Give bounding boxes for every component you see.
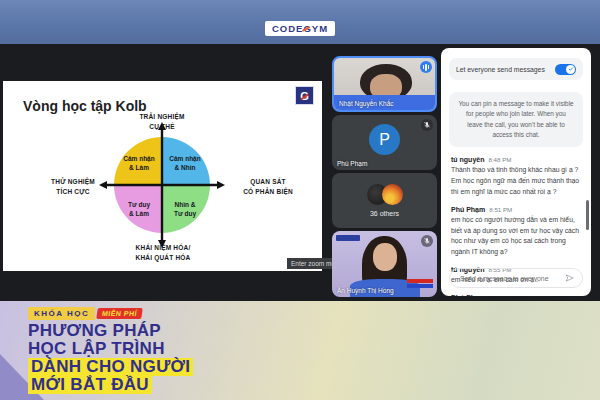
message-text: Thành thạo và tinh thông khác nhau gì ạ … xyxy=(451,165,581,198)
quadrant-label-tr: Cảm nhận& Nhìn xyxy=(162,154,208,173)
chat-panel: Let everyone send messages You can pin a… xyxy=(441,48,591,296)
chat-message: Phú Phạm8:51 PM em học có người hướng dẫ… xyxy=(451,206,581,259)
promo-line: PHƯƠNG PHÁP xyxy=(28,322,193,340)
avatar xyxy=(382,184,403,205)
codegym-logo: CODEGYM xyxy=(265,21,335,36)
top-banner: CODEGYM xyxy=(0,0,600,44)
course-badge: KHÓA HỌC xyxy=(28,307,95,320)
axis-label-right: QUAN SÁTCÓ PHẢN BIỆN xyxy=(224,177,312,197)
kolb-diagram: Cảm nhận& Làm Cảm nhận& Nhìn Tư duy& Làm… xyxy=(99,122,225,248)
slide-codegym-icon: G xyxy=(295,86,314,105)
video-tile-avatar[interactable]: P Phú Phạm xyxy=(332,115,437,170)
video-tile-camera[interactable]: Ân Huỳnh Thị Hồng xyxy=(332,231,437,297)
video-lower-third xyxy=(407,279,433,288)
video-tile-speaker[interactable]: Nhật Nguyễn Khắc xyxy=(332,56,437,112)
video-tile-others[interactable]: 36 others xyxy=(332,173,437,228)
participant-name: Ân Huỳnh Thị Hồng xyxy=(337,287,394,294)
others-count-label: 36 others xyxy=(332,210,437,217)
message-time: 9:02 PM xyxy=(489,294,512,296)
mic-off-icon xyxy=(421,119,433,131)
meeting-area: Vòng học tập Kolb G Cảm nhận& Làm Cảm nh… xyxy=(0,44,600,301)
promo-badges: KHÓA HỌC MIỄN PHÍ xyxy=(28,307,142,320)
promo-banner: KHÓA HỌC MIỄN PHÍ PHƯƠNG PHÁP HỌC LẬP TR… xyxy=(0,301,600,400)
chat-message: tú nguyên8:48 PM Thành thạo và tinh thôn… xyxy=(451,156,581,198)
send-messages-toggle[interactable] xyxy=(555,64,576,75)
promo-text: PHƯƠNG PHÁP HỌC LẬP TRÌNH DÀNH CHO NGƯỜI… xyxy=(28,322,193,394)
codegym-logo-text: CODEGYM xyxy=(272,23,328,34)
quadrant-label-bl: Tư duy& Làm xyxy=(116,200,162,219)
free-badge: MIỄN PHÍ xyxy=(96,308,143,319)
message-text: em học có người hướng dẫn và em hiểu, bi… xyxy=(451,215,581,259)
quadrant-label-tl: Cảm nhận& Làm xyxy=(116,154,162,173)
check-icon xyxy=(568,66,574,72)
participant-face xyxy=(373,243,397,271)
chat-pin-info: You can pin a message to make it visible… xyxy=(449,92,583,147)
chat-scrollbar[interactable] xyxy=(586,200,589,230)
presentation-slide: Vòng học tập Kolb G Cảm nhận& Làm Cảm nh… xyxy=(3,81,322,271)
avatar: P xyxy=(369,124,400,155)
chat-message: Phú Phạm9:02 PM Dạ em hiểu rồi ạ em cám … xyxy=(451,294,581,296)
chat-permission-row: Let everyone send messages xyxy=(449,58,583,80)
axis-label-left: THỬ NGHIỆMTÍCH CỰC xyxy=(33,177,113,197)
promo-line-highlighted: DÀNH CHO NGƯỜI xyxy=(28,358,193,376)
message-time: 8:51 PM xyxy=(489,206,512,213)
sender-name: Phú Phạm xyxy=(451,206,485,213)
axis-label-bottom: KHÁI NIỆM HÓA/KHÁI QUÁT HÓA xyxy=(103,243,223,263)
chat-input-row xyxy=(449,268,583,288)
participant-name: Phú Phạm xyxy=(337,160,367,167)
participant-name: Nhật Nguyễn Khắc xyxy=(339,100,394,107)
mic-off-icon xyxy=(421,235,433,247)
toggle-knob xyxy=(566,65,575,74)
axis-label-top: TRẢI NGHIỆMCỤ THỂ xyxy=(102,112,222,132)
toggle-label: Let everyone send messages xyxy=(456,66,545,73)
message-time: 8:48 PM xyxy=(488,156,511,163)
axes-cross-icon xyxy=(99,122,225,248)
sender-name: tú nguyên xyxy=(451,156,484,163)
promo-line: HỌC LẬP TRÌNH xyxy=(28,340,193,358)
sender-name: Phú Phạm xyxy=(451,294,485,296)
send-icon[interactable] xyxy=(565,273,574,283)
audio-active-icon xyxy=(420,61,432,73)
video-overlay-badge xyxy=(336,235,360,241)
chat-input[interactable] xyxy=(458,274,565,283)
quadrant-label-br: Nhìn &Tư duy xyxy=(162,200,208,219)
promo-line-highlighted: MỚI BẮT ĐẦU xyxy=(28,376,193,394)
